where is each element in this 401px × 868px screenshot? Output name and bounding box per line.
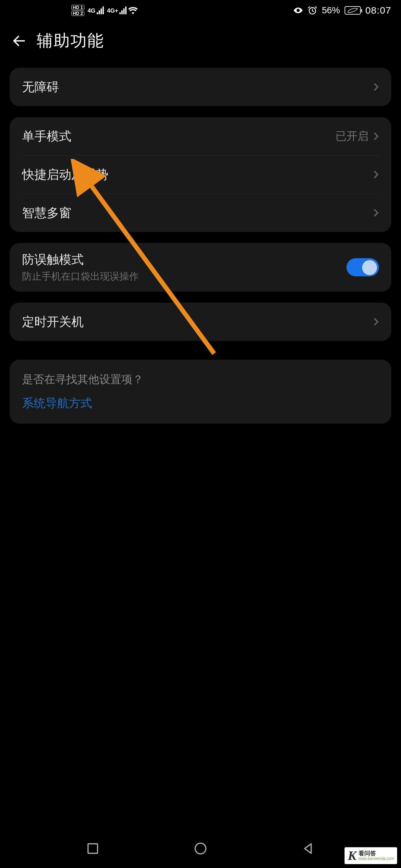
status-bar: HD 1 HD 2 4G 4G+ 56% 08:07: [0, 0, 401, 21]
item-accessibility[interactable]: 无障碍: [10, 68, 391, 106]
item-scheduled-power[interactable]: 定时开关机: [10, 303, 391, 341]
watermark-logo: K: [348, 849, 357, 862]
watermark-cn: 看问答: [359, 850, 394, 857]
card-scheduled-power: 定时开关机: [10, 303, 391, 341]
item-label: 单手模式: [22, 128, 71, 145]
item-gesture-shortcuts[interactable]: 快捷启动及手势: [10, 155, 391, 194]
pocket-mode-toggle[interactable]: [346, 258, 379, 276]
page-title: 辅助功能: [37, 30, 104, 52]
item-label: 智慧多窗: [22, 205, 71, 221]
item-label: 无障碍: [22, 79, 59, 95]
sim2-net-label: 4G+: [107, 7, 118, 14]
hd1-badge: HD 1: [71, 5, 84, 10]
chevron-right-icon: [373, 208, 379, 217]
battery-icon: [344, 6, 361, 14]
alarm-icon: [308, 5, 317, 15]
card-modes: 单手模式 已开启 快捷启动及手势 智慧多窗: [10, 117, 391, 232]
nav-recent-icon[interactable]: [86, 841, 100, 856]
looking-question: 是否在寻找其他设置项？: [22, 372, 379, 387]
back-arrow-icon[interactable]: [11, 33, 27, 49]
card-accessibility: 无障碍: [10, 68, 391, 106]
nav-back-icon[interactable]: [301, 841, 315, 856]
chevron-right-icon: [373, 170, 379, 179]
settings-content: 无障碍 单手模式 已开启 快捷启动及手势 智慧多窗 防误触模式 防止手机在口袋出…: [0, 61, 401, 424]
battery-leaf-icon: [346, 8, 359, 13]
sim1-net-label: 4G: [88, 7, 95, 14]
item-sub: 防止手机在口袋出现误操作: [22, 270, 139, 283]
svg-point-5: [195, 843, 206, 854]
item-text: 防误触模式 防止手机在口袋出现误操作: [22, 251, 139, 283]
battery-percent: 56%: [322, 5, 340, 16]
system-navigation-link[interactable]: 系统导航方式: [22, 395, 379, 411]
item-label: 快捷启动及手势: [22, 166, 109, 183]
nav-home-icon[interactable]: [193, 841, 208, 856]
watermark: K 看问答 www.kanwenda.com: [344, 847, 397, 864]
chevron-right-icon: [373, 317, 379, 326]
card-looking-for: 是否在寻找其他设置项？ 系统导航方式: [10, 360, 391, 424]
item-right: 已开启: [336, 129, 379, 144]
visibility-icon: [293, 5, 303, 15]
clock-time: 08:07: [365, 5, 391, 16]
item-label: 定时开关机: [22, 314, 84, 330]
system-navbar: [0, 829, 401, 868]
item-smart-multiwindow[interactable]: 智慧多窗: [10, 194, 391, 232]
hd-badge-group: HD 1 HD 2: [71, 5, 84, 16]
svg-point-0: [297, 10, 299, 11]
svg-rect-4: [88, 844, 97, 853]
item-pocket-mode[interactable]: 防误触模式 防止手机在口袋出现误操作: [10, 243, 391, 291]
sim1-signal: 4G: [88, 6, 104, 14]
chevron-right-icon: [373, 132, 379, 141]
status-left-group: HD 1 HD 2 4G 4G+: [71, 5, 138, 16]
wifi-icon: [128, 6, 138, 14]
sim2-signal: 4G+: [107, 6, 127, 14]
chevron-right-icon: [373, 83, 379, 91]
signal-bars-2-icon: [119, 6, 126, 14]
hd2-badge: HD 2: [71, 11, 84, 16]
item-value: 已开启: [336, 129, 369, 144]
item-label: 防误触模式: [22, 251, 139, 268]
card-pocket-mode: 防误触模式 防止手机在口袋出现误操作: [10, 243, 391, 291]
item-onehand-mode[interactable]: 单手模式 已开启: [10, 117, 391, 155]
header: 辅助功能: [0, 21, 401, 61]
watermark-url: www.kanwenda.com: [359, 857, 394, 861]
signal-bars-1-icon: [97, 6, 104, 14]
